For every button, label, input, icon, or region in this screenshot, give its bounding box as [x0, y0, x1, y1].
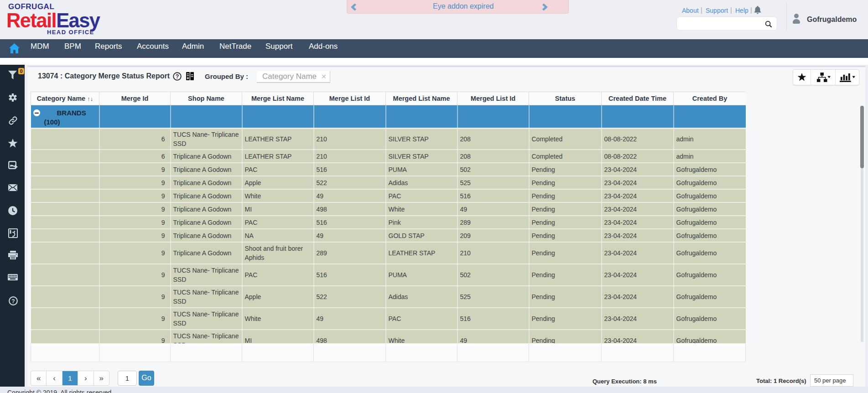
svg-text:?: ? — [176, 73, 179, 80]
svg-text:?: ? — [11, 298, 15, 305]
